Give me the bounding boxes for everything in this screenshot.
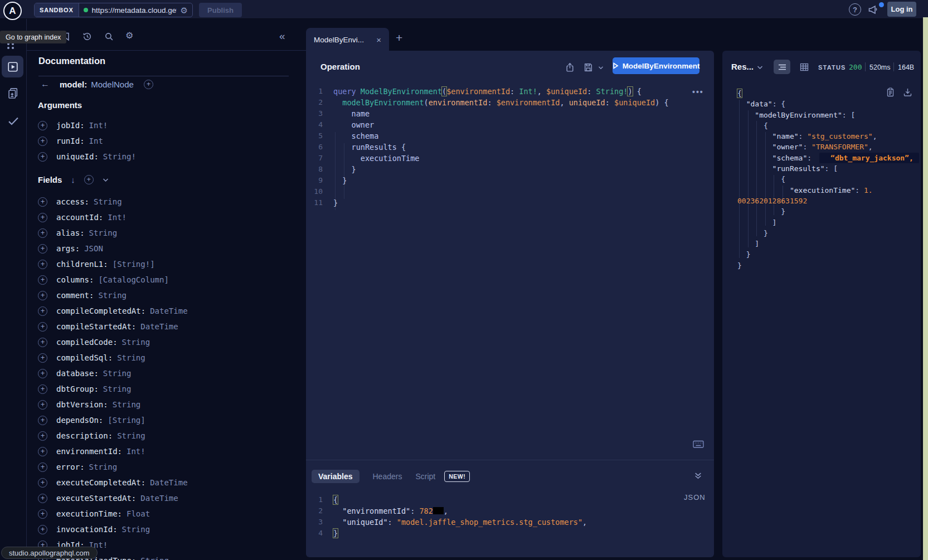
apollo-logo-icon[interactable]: A (3, 2, 22, 20)
doc-field-row[interactable]: error:String (38, 459, 188, 475)
field-name[interactable]: jobId: (56, 121, 85, 130)
add-field-to-query-button[interactable] (38, 478, 47, 488)
view-as-table-button[interactable] (796, 60, 813, 74)
field-type-link[interactable]: String (94, 197, 122, 206)
add-field-to-query-button[interactable] (38, 275, 47, 285)
doc-field-row[interactable]: invocationId:String (38, 522, 188, 537)
doc-field-row[interactable]: uniqueId:String! (38, 149, 136, 164)
field-type-link[interactable]: [String] (108, 416, 145, 425)
search-icon[interactable] (104, 32, 114, 41)
field-type-link[interactable]: String (122, 525, 150, 534)
doc-field-row[interactable]: dependsOn:[String] (38, 412, 188, 428)
doc-field-row[interactable]: accountId:Int! (38, 210, 188, 225)
view-as-list-button[interactable] (774, 60, 790, 74)
doc-field-row[interactable]: comment:String (38, 288, 188, 303)
endpoint-settings-gear-icon[interactable]: ⚙ (181, 6, 188, 14)
collapse-panel-icon[interactable] (694, 472, 702, 480)
history-icon[interactable] (82, 32, 92, 41)
nav-schema-button[interactable] (7, 87, 20, 100)
add-field-to-query-button[interactable] (38, 260, 47, 269)
field-name[interactable]: dbtVersion: (56, 400, 108, 409)
add-field-to-query-button[interactable] (38, 228, 47, 238)
field-type-link[interactable]: String (89, 462, 118, 471)
add-field-to-query-button[interactable] (38, 462, 47, 472)
save-icon[interactable] (584, 62, 593, 72)
variables-editor[interactable]: 1{2 "environmentId": 782,3 "uniqueId": "… (306, 494, 714, 539)
field-type-link[interactable]: Int (89, 137, 103, 145)
add-field-to-query-button[interactable] (38, 400, 47, 410)
field-name[interactable]: invocationId: (56, 525, 118, 534)
doc-field-row[interactable]: jobId:Int! (38, 118, 136, 133)
add-field-to-query-button[interactable] (38, 197, 47, 207)
field-name[interactable]: executeCompletedAt: (56, 478, 145, 487)
keyboard-shortcuts-icon[interactable] (693, 440, 704, 449)
add-field-to-query-button[interactable] (38, 213, 47, 222)
doc-settings-gear-icon[interactable]: ⚙ (125, 30, 133, 41)
field-type-link[interactable]: Int! (127, 447, 145, 456)
field-name[interactable]: compileCompletedAt: (56, 306, 145, 315)
add-field-to-query-button[interactable] (38, 353, 47, 363)
field-name[interactable]: description: (56, 431, 113, 440)
doc-field-row[interactable]: compiledSql:String (38, 350, 188, 366)
field-type-link[interactable]: String (122, 338, 150, 347)
field-type-link[interactable]: Float (127, 509, 150, 518)
save-dropdown-chevron-icon[interactable] (598, 66, 604, 70)
field-type-link[interactable]: String (98, 291, 127, 300)
endpoint-url-text[interactable]: https://metadata.cloud.get (92, 6, 177, 14)
field-type-link[interactable]: Int! (89, 121, 108, 130)
field-type-link[interactable]: [String!] (113, 260, 155, 269)
field-name[interactable]: accountId: (56, 213, 103, 222)
run-operation-button[interactable]: ModelByEnvironment (613, 57, 699, 74)
breadcrumb-type-link[interactable]: ModelNode (91, 80, 134, 89)
doc-field-row[interactable]: args:JSON (38, 241, 188, 256)
doc-field-row[interactable]: dbtVersion:String (38, 397, 188, 412)
field-name[interactable]: database: (56, 369, 99, 378)
add-field-to-query-button[interactable] (38, 525, 47, 534)
doc-field-row[interactable]: compileStartedAt:DateTime (38, 319, 188, 334)
field-type-link[interactable]: Int! (108, 213, 127, 222)
field-name[interactable]: error: (56, 462, 85, 471)
add-field-to-query-button[interactable] (38, 322, 47, 332)
field-type-link[interactable]: String (117, 353, 145, 362)
collapse-sidebar-icon[interactable]: « (279, 30, 285, 42)
field-type-link[interactable]: DateTime (150, 478, 187, 487)
endpoint-url-field[interactable]: https://metadata.cloud.get ⚙ (79, 3, 192, 17)
field-type-link[interactable]: String (103, 369, 132, 378)
add-field-to-query-button[interactable] (38, 152, 47, 162)
doc-field-row[interactable]: alias:String (38, 225, 188, 241)
add-field-to-query-button[interactable] (38, 121, 47, 130)
add-field-to-query-button[interactable] (38, 447, 47, 456)
field-name[interactable]: runId: (56, 137, 85, 145)
sort-fields-icon[interactable]: ↓ (71, 175, 75, 184)
field-type-link[interactable]: String (89, 228, 118, 237)
add-field-to-query-button[interactable] (38, 291, 47, 300)
doc-field-row[interactable]: dbtGroup:String (38, 381, 188, 397)
doc-field-row[interactable]: childrenL1:[String!] (38, 256, 188, 272)
field-name[interactable]: dependsOn: (56, 416, 103, 425)
doc-field-row[interactable]: columns:[CatalogColumn] (38, 272, 188, 288)
add-all-fields-button[interactable] (84, 175, 94, 184)
field-name[interactable]: executionTime: (56, 509, 122, 518)
add-field-to-query-button[interactable] (38, 431, 47, 441)
add-field-to-query-button[interactable] (38, 306, 47, 316)
field-type-link[interactable]: DateTime (140, 494, 178, 503)
field-name[interactable]: alias: (56, 228, 85, 237)
field-name[interactable]: columns: (56, 275, 94, 284)
field-name[interactable]: args: (56, 244, 80, 253)
field-name[interactable]: dbtGroup: (56, 384, 99, 393)
doc-field-row[interactable]: executionTime:Float (38, 506, 188, 522)
add-field-to-query-button[interactable] (38, 384, 47, 394)
close-tab-icon[interactable]: × (376, 35, 381, 45)
add-field-to-query-button[interactable] (38, 338, 47, 347)
field-name[interactable]: compiledSql: (56, 353, 113, 362)
new-tab-button[interactable]: + (396, 31, 402, 45)
add-field-to-query-button[interactable] (38, 369, 47, 378)
field-name[interactable]: comment: (56, 291, 94, 300)
response-json-view[interactable]: { "data": { "modelByEnvironment": [ { "n… (737, 88, 916, 271)
field-name[interactable]: environmentId: (56, 447, 122, 456)
help-icon[interactable]: ? (849, 3, 861, 16)
announcements-megaphone-icon[interactable] (867, 4, 879, 15)
tab-script[interactable]: Script (415, 472, 435, 481)
login-button[interactable]: Log in (887, 2, 916, 17)
operation-editor[interactable]: 1query ModelByEnvironment($environmentId… (306, 86, 714, 208)
